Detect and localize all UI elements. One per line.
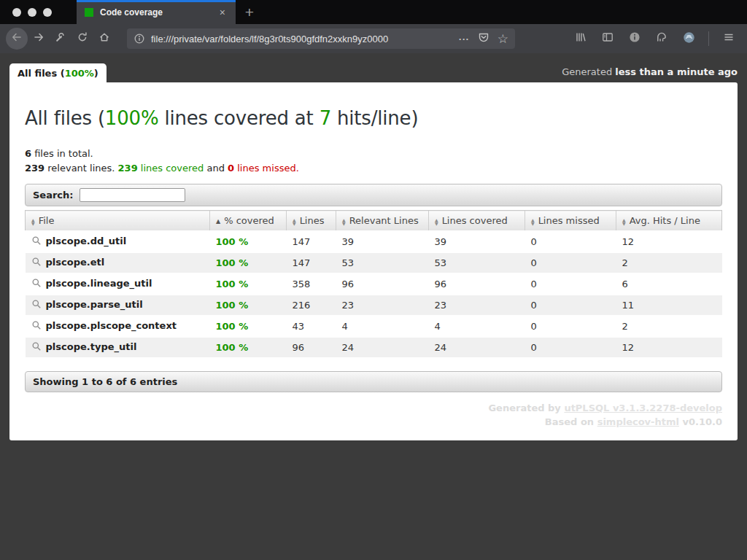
- file-link[interactable]: plscope.etl: [46, 257, 105, 268]
- sort-icon[interactable]: ▲▼: [31, 218, 35, 225]
- all-files-tab[interactable]: All files (100%): [9, 63, 107, 82]
- browser-tab[interactable]: Code coverage ×: [77, 0, 236, 24]
- reload-button[interactable]: [71, 28, 93, 50]
- column-header[interactable]: ▲▼Relevant Lines: [336, 211, 429, 232]
- library-button[interactable]: [570, 28, 592, 50]
- sort-icon[interactable]: ▲▼: [293, 218, 296, 225]
- file-link[interactable]: plscope.parse_util: [46, 299, 143, 310]
- relevant-lines-value: 24: [336, 337, 429, 358]
- lines-covered-value: 4: [429, 316, 525, 337]
- magnifier-icon: [31, 300, 42, 311]
- heading-prefix: All files (: [25, 107, 105, 129]
- column-header[interactable]: ▲▼Lines covered: [429, 211, 525, 232]
- percent-covered-value: 100 %: [216, 236, 249, 247]
- bookmark-star-icon[interactable]: ☆: [498, 33, 508, 45]
- magnifier-icon: [31, 237, 42, 248]
- sort-icon[interactable]: ▲▼: [622, 218, 626, 225]
- window-minimize-button[interactable]: [28, 8, 36, 17]
- simplecov-html-link[interactable]: simplecov-html: [597, 416, 679, 427]
- table-row[interactable]: plscope.parse_util 100 % 216 23 23 0 11: [26, 295, 722, 316]
- column-header[interactable]: ▲▼Lines: [287, 211, 336, 232]
- table-row[interactable]: plscope.type_util 100 % 96 24 24 0 12: [26, 337, 722, 358]
- page-actions-icon[interactable]: •••: [459, 36, 469, 42]
- heading-mid: lines covered at: [158, 107, 319, 129]
- window-close-button[interactable]: [12, 8, 21, 17]
- table-header-row: ▲▼File▲% covered▲▼Lines▲▼Relevant Lines▲…: [26, 211, 722, 232]
- all-files-tab-percent: 100%: [65, 68, 94, 79]
- file-link[interactable]: plscope.lineage_util: [46, 278, 152, 289]
- avg-hits-value: 2: [616, 252, 722, 273]
- generated-label: Generated: [562, 66, 615, 77]
- elephant-icon: [656, 31, 667, 46]
- table-row[interactable]: plscope.etl 100 % 147 53 53 0 2: [26, 252, 722, 273]
- column-header[interactable]: ▲% covered: [210, 211, 287, 232]
- sort-icon[interactable]: ▲▼: [342, 218, 346, 225]
- pocket-icon[interactable]: [478, 31, 489, 46]
- column-header-label: % covered: [224, 215, 274, 226]
- file-link[interactable]: plscope.dd_util: [46, 236, 127, 246]
- relevant-lines-value: 96: [336, 273, 429, 295]
- forward-button[interactable]: [28, 28, 50, 50]
- relevant-text: relevant lines.: [44, 163, 117, 174]
- lines-value: 147: [287, 231, 336, 252]
- address-bar[interactable]: file:///private/var/folders/lf/8g3r0ts90…: [127, 28, 515, 49]
- magnifier-icon: [31, 258, 42, 269]
- column-header[interactable]: ▲▼Avg. Hits / Line: [616, 211, 722, 232]
- sort-icon[interactable]: ▲: [216, 219, 220, 225]
- lines-value: 43: [287, 316, 336, 337]
- window-zoom-button[interactable]: [43, 8, 52, 17]
- percent-covered-value: 100 %: [216, 257, 249, 268]
- sort-icon[interactable]: ▲▼: [435, 218, 438, 225]
- lines-covered-value: 53: [429, 252, 525, 273]
- lines-missed-value: 0: [525, 273, 616, 295]
- new-tab-button[interactable]: +: [236, 0, 263, 24]
- home-button[interactable]: [93, 28, 115, 50]
- utplsql-link[interactable]: utPLSQL v3.1.3.2278-develop: [564, 402, 722, 413]
- report-tabstrip: All files (100%) Generated less than a m…: [9, 62, 738, 82]
- tools-button[interactable]: [50, 28, 71, 50]
- site-info-icon[interactable]: [133, 33, 145, 44]
- evernote-extension-button[interactable]: [651, 28, 673, 50]
- generated-timestamp: Generated less than a minute ago: [562, 66, 738, 82]
- percent-covered-value: 100 %: [216, 342, 249, 353]
- search-label: Search:: [33, 190, 74, 201]
- sidebar-toggle-button[interactable]: [597, 28, 619, 50]
- lines-missed-value: 0: [525, 316, 616, 337]
- extension-info-button[interactable]: [624, 28, 646, 50]
- active-tab-indicator: [77, 0, 236, 2]
- hamburger-icon: [723, 31, 735, 46]
- lines-missed-value: 0: [525, 252, 616, 273]
- table-row[interactable]: plscope.lineage_util 100 % 358 96 96 0 6: [26, 273, 722, 295]
- column-header[interactable]: ▲▼File: [26, 211, 210, 232]
- tab-close-icon[interactable]: ×: [217, 5, 228, 20]
- column-header[interactable]: ▲▼Lines missed: [525, 211, 616, 232]
- browser-window: Code coverage × + file:///private/var/fo…: [0, 0, 747, 560]
- menu-button[interactable]: [718, 28, 740, 50]
- file-link[interactable]: plscope.plscope_context: [46, 320, 177, 331]
- lines-missed-value: 0: [525, 231, 616, 252]
- table-row[interactable]: plscope.plscope_context 100 % 43 4 4 0 2: [26, 316, 722, 337]
- url-text[interactable]: file:///private/var/folders/lf/8g3r0ts90…: [151, 34, 454, 44]
- magnifier-icon: [31, 322, 42, 332]
- tab-title: Code coverage: [100, 7, 217, 18]
- search-input[interactable]: [80, 188, 185, 202]
- column-header-label: Lines: [300, 215, 325, 226]
- all-files-tab-prefix: All files (: [18, 68, 65, 79]
- lines-covered-value: 24: [429, 337, 525, 358]
- column-header-label: Lines missed: [538, 215, 600, 226]
- heading-hits: 7: [320, 107, 331, 129]
- relevant-lines-value: 23: [336, 295, 429, 316]
- lines-value: 358: [287, 273, 336, 295]
- lines-value: 96: [287, 337, 336, 358]
- coverage-table: ▲▼File▲% covered▲▼Lines▲▼Relevant Lines▲…: [25, 210, 722, 359]
- generated-by-line: Generated by utPLSQL v3.1.3.2278-develop: [25, 401, 722, 415]
- table-row[interactable]: plscope.dd_util 100 % 147 39 39 0 12: [26, 231, 722, 252]
- magnifier-icon: [31, 343, 42, 354]
- colored-extension-button[interactable]: [678, 28, 700, 50]
- sort-icon[interactable]: ▲▼: [531, 218, 535, 225]
- file-link[interactable]: plscope.type_util: [46, 341, 137, 352]
- back-button[interactable]: [6, 28, 28, 50]
- page-actions: ••• ☆: [459, 31, 508, 46]
- swirl-circle-icon: [683, 31, 695, 47]
- arrow-left-icon: [11, 31, 23, 46]
